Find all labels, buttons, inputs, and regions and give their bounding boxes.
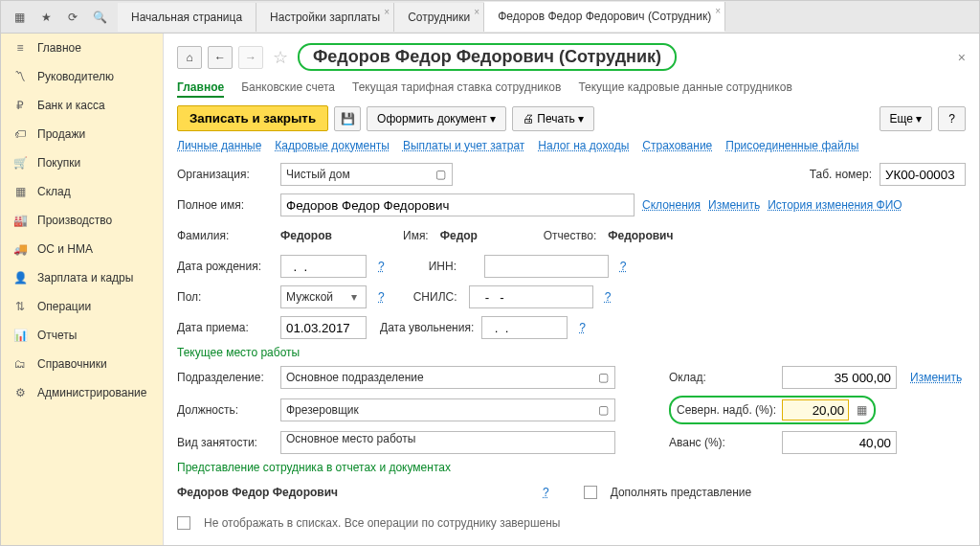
subtab-rate[interactable]: Текущая тарифная ставка сотрудников — [352, 79, 561, 98]
open-icon[interactable]: ▢ — [434, 168, 447, 181]
link-insurance[interactable]: Страхование — [642, 139, 712, 152]
salary-input[interactable] — [782, 366, 897, 389]
sidebar-item-operations[interactable]: ⇅Операции — [1, 292, 163, 321]
position-input[interactable]: Фрезеровщик▢ — [280, 398, 615, 421]
sidebar-item-main[interactable]: ≡Главное — [1, 34, 163, 62]
hire-date-input[interactable] — [280, 316, 367, 339]
department-input[interactable]: Основное подразделение▢ — [280, 366, 615, 389]
sidebar-item-sales[interactable]: 🏷Продажи — [1, 120, 163, 148]
sidebar-item-warehouse[interactable]: ▦Склад — [1, 177, 163, 206]
link-hr-docs[interactable]: Кадровые документы — [275, 139, 390, 152]
sidebar-item-references[interactable]: 🗂Справочники — [1, 350, 163, 378]
home-button[interactable]: ⌂ — [177, 46, 202, 69]
value-lastname: Федоров — [280, 229, 395, 242]
save-button[interactable]: 💾 — [334, 106, 361, 131]
dob-help[interactable]: ? — [378, 260, 385, 273]
search-icon[interactable]: 🔍 — [91, 9, 108, 26]
sidebar-item-production[interactable]: 🏭Производство — [1, 206, 163, 235]
inn-input[interactable] — [484, 255, 609, 278]
chevron-down-icon[interactable]: ▾ — [347, 290, 361, 304]
employment-input[interactable]: Основное место работы — [280, 431, 615, 454]
link-name-history[interactable]: История изменения ФИО — [768, 198, 902, 212]
fullname-input[interactable] — [280, 193, 635, 216]
history-icon[interactable]: ⟳ — [64, 9, 81, 26]
open-icon[interactable]: ▢ — [596, 403, 610, 417]
ruble-icon: ₽ — [12, 99, 28, 112]
label-salary: Оклад: — [669, 371, 774, 384]
label-department: Подразделение: — [177, 371, 273, 384]
repr-name: Федоров Федор Федорович — [177, 486, 531, 499]
tab-employees[interactable]: Сотрудники× — [394, 3, 484, 32]
link-edit-salary[interactable]: Изменить — [910, 371, 962, 384]
link-edit-name[interactable]: Изменить — [708, 198, 760, 212]
label-supplement: Дополнять представление — [611, 486, 751, 499]
page-title: Федоров Федор Федорович (Сотрудник) — [298, 43, 677, 71]
favorite-icon[interactable]: ☆ — [273, 47, 288, 68]
hide-checkbox[interactable] — [177, 516, 190, 530]
sex-select[interactable]: Мужской▾ — [280, 285, 367, 308]
chart-icon: 〽 — [12, 70, 28, 83]
print-button[interactable]: 🖨 Печать ▾ — [512, 106, 594, 131]
org-input[interactable]: Чистый дом▢ — [280, 163, 453, 186]
subtab-hr[interactable]: Текущие кадровые данные сотрудников — [578, 79, 791, 98]
link-declensions[interactable]: Склонения — [642, 198, 701, 212]
folder-icon: 🗂 — [12, 357, 28, 371]
cart-icon: 🛒 — [12, 156, 28, 170]
north-allowance-group: Северн. надб. (%): ▦ — [669, 396, 876, 424]
link-tax[interactable]: Налог на доходы — [538, 139, 629, 152]
label-employment: Вид занятости: — [177, 436, 273, 449]
label-snils: СНИЛС: — [413, 290, 461, 304]
top-tab-bar: ▦ ★ ⟳ 🔍 Начальная страница Настройки зар… — [1, 1, 979, 34]
fire-date-input[interactable] — [481, 316, 568, 339]
gear-icon: ⚙ — [12, 386, 28, 399]
sidebar-item-purchases[interactable]: 🛒Покупки — [1, 148, 163, 177]
label-fire: Дата увольнения: — [380, 321, 474, 334]
link-personal[interactable]: Личные данные — [177, 139, 261, 152]
tab-payroll-settings[interactable]: Настройки зарплаты× — [256, 3, 394, 32]
tab-employee-card[interactable]: Федоров Федор Федорович (Сотрудник)× — [484, 2, 725, 32]
back-button[interactable]: ← — [208, 46, 233, 69]
north-input[interactable] — [782, 399, 849, 421]
dob-input[interactable] — [280, 255, 367, 278]
forward-button[interactable]: → — [238, 46, 263, 69]
open-icon[interactable]: ▢ — [596, 371, 610, 384]
apps-icon[interactable]: ▦ — [11, 9, 28, 26]
link-files[interactable]: Присоединенные файлы — [725, 139, 858, 152]
inn-help[interactable]: ? — [620, 260, 627, 273]
close-icon[interactable]: × — [474, 7, 479, 17]
sidebar-item-reports[interactable]: 📊Отчеты — [1, 321, 163, 350]
content-area: ⌂ ← → ☆ Федоров Федор Федорович (Сотрудн… — [164, 34, 979, 545]
link-payments[interactable]: Выплаты и учет затрат — [403, 139, 524, 152]
advance-input[interactable] — [782, 431, 897, 454]
sidebar-item-assets[interactable]: 🚚ОС и НМА — [1, 235, 163, 263]
close-button[interactable]: × — [958, 50, 966, 65]
sex-help[interactable]: ? — [378, 290, 385, 304]
tabno-input[interactable] — [880, 163, 966, 186]
create-document-button[interactable]: Оформить документ ▾ — [367, 106, 506, 131]
star-icon[interactable]: ★ — [37, 9, 55, 26]
sidebar-item-bank[interactable]: ₽Банк и касса — [1, 91, 163, 120]
sidebar-item-manager[interactable]: 〽Руководителю — [1, 62, 163, 91]
calc-icon[interactable]: ▦ — [855, 403, 868, 417]
save-close-button[interactable]: Записать и закрыть — [177, 105, 328, 131]
sidebar-item-admin[interactable]: ⚙Администрирование — [1, 378, 163, 407]
supplement-checkbox[interactable] — [584, 486, 597, 499]
close-icon[interactable]: × — [715, 6, 721, 16]
subtab-main[interactable]: Главное — [177, 79, 224, 98]
help-button[interactable]: ? — [938, 106, 966, 131]
more-button[interactable]: Еще ▾ — [880, 106, 933, 131]
label-lastname: Фамилия: — [177, 229, 273, 242]
label-patronymic: Отчество: — [544, 229, 597, 242]
repr-help[interactable]: ? — [543, 486, 549, 499]
snils-input[interactable] — [469, 285, 593, 308]
sidebar-item-payroll[interactable]: 👤Зарплата и кадры — [1, 263, 163, 292]
close-icon[interactable]: × — [384, 7, 390, 17]
tab-home[interactable]: Начальная страница — [118, 3, 256, 32]
fire-help[interactable]: ? — [579, 321, 586, 334]
label-org: Организация: — [177, 168, 273, 181]
label-hire: Дата приема: — [177, 321, 273, 334]
subtab-bank[interactable]: Банковские счета — [241, 79, 335, 98]
label-position: Должность: — [177, 403, 273, 417]
snils-help[interactable]: ? — [605, 290, 612, 304]
report-icon: 📊 — [12, 329, 28, 342]
